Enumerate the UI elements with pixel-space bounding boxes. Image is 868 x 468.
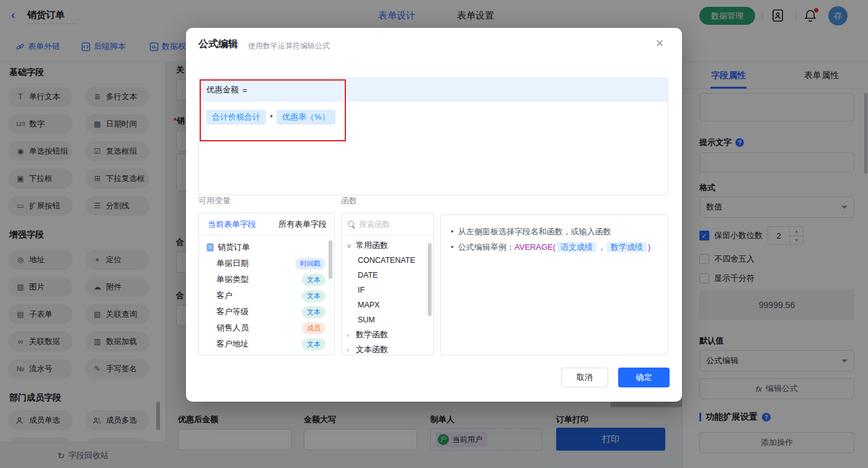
chevron-expanded-icon: ∨ bbox=[347, 242, 353, 250]
variable-row[interactable]: 客户地址文本 bbox=[199, 336, 334, 352]
help-line-1: • 从左侧面板选择字段名和函数，或输入函数 bbox=[451, 224, 658, 239]
form-tree-root[interactable]: 销货订单 bbox=[199, 239, 334, 255]
formula-edit-modal: 公式编辑 使用数学运算符编辑公式 × 优惠金额 = 合计价税合计 * 优惠率（%… bbox=[186, 28, 682, 402]
function-group-math[interactable]: ›数学函数 bbox=[342, 327, 433, 342]
function-search-input[interactable] bbox=[359, 220, 427, 229]
variables-label: 可用变量 bbox=[198, 195, 231, 206]
functions-label: 函数 bbox=[341, 195, 357, 206]
variable-row[interactable]: 销售人员成员 bbox=[199, 320, 334, 336]
functions-scrollbar-thumb[interactable] bbox=[428, 243, 432, 316]
modal-subtitle: 使用数学运算符编辑公式 bbox=[248, 41, 330, 51]
formula-help-panel: • 从左侧面板选择字段名和函数，或输入函数 • 公式编辑举例：AVERAGE(语… bbox=[440, 214, 668, 355]
chevron-collapsed-icon: › bbox=[347, 346, 353, 353]
type-badge-text: 文本 bbox=[302, 338, 326, 350]
formula-expression[interactable]: 合计价税合计 * 优惠率（%） bbox=[199, 102, 668, 133]
equals-sign: = bbox=[242, 86, 247, 95]
app-window: ‹ 销货订单 表单设计 表单设置 数据管理 存 表单外链 后端脚本 bbox=[0, 0, 868, 468]
function-item[interactable]: CONCATENATE bbox=[342, 253, 433, 268]
function-item[interactable]: IF bbox=[342, 283, 433, 298]
variables-tabs: 当前表单字段 所有表单字段 bbox=[199, 213, 334, 236]
variable-row[interactable]: 单据日期时间戳 bbox=[199, 255, 334, 272]
function-name-example: AVERAGE( bbox=[515, 242, 556, 252]
modal-title: 公式编辑 bbox=[198, 38, 238, 51]
variable-row[interactable]: 单据类型文本 bbox=[199, 272, 334, 288]
function-group-common[interactable]: ∨常用函数 bbox=[342, 238, 433, 253]
formula-target-row: 优惠金额 = bbox=[199, 78, 668, 102]
variables-panel: 当前表单字段 所有表单字段 销货订单 单据日期时间戳 单据类型文本 客户文本 客… bbox=[198, 213, 335, 355]
cancel-button[interactable]: 取消 bbox=[561, 368, 608, 387]
form-doc-icon bbox=[206, 243, 214, 252]
chevron-collapsed-icon: › bbox=[347, 331, 353, 338]
type-badge-timestamp: 时间戳 bbox=[295, 258, 326, 270]
function-group-text[interactable]: ›文本函数 bbox=[342, 342, 433, 355]
type-badge-text: 文本 bbox=[302, 306, 326, 318]
variable-row[interactable]: 客户文本 bbox=[199, 288, 334, 304]
function-item[interactable]: DATE bbox=[342, 268, 433, 283]
variable-row[interactable]: 客户等级文本 bbox=[199, 304, 334, 320]
type-badge-text: 文本 bbox=[302, 290, 326, 302]
functions-panel: ∨常用函数 CONCATENATE DATE IF MAPX SUM ›数学函数… bbox=[341, 213, 434, 355]
search-icon bbox=[348, 221, 355, 228]
formula-target-field: 优惠金额 bbox=[206, 84, 239, 95]
function-item[interactable]: SUM bbox=[342, 312, 433, 327]
multiply-operator: * bbox=[270, 113, 273, 122]
formula-token-total[interactable]: 合计价税合计 bbox=[206, 110, 266, 125]
tab-current-form-fields[interactable]: 当前表单字段 bbox=[208, 219, 256, 230]
formula-editor[interactable]: 优惠金额 = 合计价税合计 * 优惠率（%） bbox=[198, 77, 668, 195]
tab-all-form-fields[interactable]: 所有表单字段 bbox=[278, 219, 327, 230]
example-field-chip: 数学成绩 bbox=[607, 242, 647, 252]
function-search[interactable] bbox=[342, 213, 433, 236]
type-badge-text: 文本 bbox=[302, 274, 326, 286]
confirm-button[interactable]: 确定 bbox=[618, 368, 670, 387]
function-item[interactable]: MAPX bbox=[342, 298, 433, 312]
example-field-chip: 语文成绩 bbox=[557, 242, 596, 252]
formula-token-discount-rate[interactable]: 优惠率（%） bbox=[277, 110, 335, 125]
type-badge-member: 成员 bbox=[302, 322, 326, 334]
close-icon[interactable]: × bbox=[652, 35, 667, 51]
variables-scrollbar-thumb[interactable] bbox=[329, 241, 332, 279]
help-line-2: • 公式编辑举例：AVERAGE(语文成绩，数学成绩) bbox=[451, 239, 658, 255]
